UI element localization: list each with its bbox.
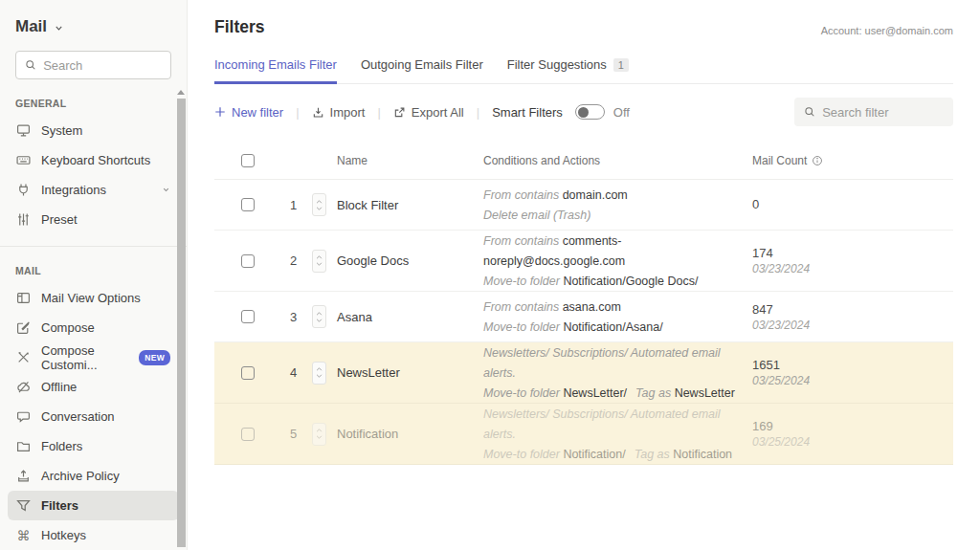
row-checkbox[interactable] [241,198,255,211]
toolbar-separator: | [377,105,380,120]
chevron-up-icon [316,312,323,316]
sidebar-item-offline[interactable]: Offline [8,372,179,402]
chevron-down-icon [316,435,323,439]
scrollbar-up-arrow[interactable] [177,90,185,95]
sidebar-item-compose-customization[interactable]: Compose Customi... NEW [8,342,179,372]
filter-order: 1 [287,198,312,212]
table-row: 1 Block Filter From contains domain.com … [214,180,953,231]
order-stepper[interactable] [312,305,326,328]
table-row: 3 Asana From contains asana.com Move-to … [214,292,953,342]
smart-filters-toggle[interactable] [575,104,605,120]
filter-name[interactable]: Block Filter [337,198,483,212]
sidebar-item-hotkeys[interactable]: ⌘ Hotkeys [8,520,179,550]
sidebar-item-integrations[interactable]: Integrations [8,175,179,205]
sidebar-search-input[interactable] [43,58,162,73]
search-filter-input[interactable] [822,105,944,120]
filter-icon [16,498,31,513]
sidebar-item-mail-view-options[interactable]: Mail View Options [8,283,179,313]
row-checkbox[interactable] [241,310,255,323]
filters-table: Name Conditions and Actions Mail Count 1… [214,142,953,465]
tab-label: Filter Suggestions [507,57,607,72]
settings-window: Mail GENERAL System Keyboard Shortcuts I… [0,0,980,550]
search-icon [804,105,815,119]
sidebar-section-general: GENERAL [15,98,171,109]
sidebar-item-label: Folders [41,439,82,453]
sidebar-item-label: Compose [41,320,95,335]
sidebar-scrollbar[interactable] [176,90,186,550]
offline-icon [16,380,31,394]
tab-outgoing-emails-filter[interactable]: Outgoing Emails Filter [361,57,483,84]
archive-icon [16,469,31,483]
tab-filter-suggestions[interactable]: Filter Suggestions 1 [507,57,629,84]
compose-icon [16,320,31,335]
tab-incoming-emails-filter[interactable]: Incoming Emails Filter [214,57,337,84]
filter-name[interactable]: Notification [337,427,483,441]
sidebar-item-label: Filters [41,498,78,513]
sidebar-item-label: Preset [41,212,78,227]
import-button[interactable]: Import [312,105,366,120]
mail-settings-menu[interactable]: Mail [0,0,187,36]
sidebar-item-label: Integrations [41,183,106,197]
sidebar-item-archive-policy[interactable]: Archive Policy [8,461,179,491]
sidebar-item-compose[interactable]: Compose [8,313,179,342]
filter-name[interactable]: Google Docs [337,253,483,268]
select-all-checkbox[interactable] [241,154,255,167]
sidebar-item-preset[interactable]: Preset [8,205,179,234]
sidebar-item-keyboard-shortcuts[interactable]: Keyboard Shortcuts [8,145,179,175]
row-checkbox[interactable] [241,254,255,268]
sidebar-item-label: Conversation [41,409,115,424]
column-header-mail-count: Mail Count [752,154,953,167]
filter-conditions: From contains comments-noreply@docs.goog… [483,231,752,291]
toggle-knob [578,107,589,118]
sidebar-item-label: Offline [41,380,77,394]
toggle-state-label: Off [613,105,630,120]
sidebar-item-folders[interactable]: Folders [8,431,179,461]
toolbar-separator: | [296,105,299,120]
preset-icon [16,212,31,227]
filter-order: 2 [287,253,312,268]
order-stepper[interactable] [312,362,326,385]
mail-view-options-icon [16,291,31,305]
table-row-disabled: 5 Notification Newsletters/ Subscription… [214,404,953,465]
filter-name[interactable]: NewsLetter [337,365,483,380]
scrollbar-thumb[interactable] [177,99,186,547]
new-filter-button[interactable]: New filter [214,105,283,120]
column-header-name: Name [337,154,483,167]
filter-name[interactable]: Asana [337,310,483,324]
import-icon [312,106,324,119]
filter-conditions: From contains asana.com Move-to folder N… [483,297,752,337]
mail-count-cell: 847 03/23/2024 [752,302,953,332]
row-checkbox[interactable] [241,366,255,380]
sidebar-item-label: Compose Customi... [41,343,126,372]
order-stepper[interactable] [312,250,326,273]
filter-tabs: Incoming Emails Filter Outgoing Emails F… [214,57,953,84]
order-stepper[interactable] [312,193,326,216]
sidebar-item-label: Hotkeys [41,528,86,542]
sidebar-item-label: System [41,123,82,138]
export-all-button[interactable]: Export All [393,105,464,120]
folder-icon [16,439,31,453]
sidebar-item-filters[interactable]: Filters [8,491,179,520]
conversation-icon [16,409,31,424]
chevron-down-icon [316,319,323,322]
search-icon [25,58,36,72]
keyboard-icon [16,153,31,167]
sidebar-search [15,51,171,79]
sidebar-item-system[interactable]: System [8,116,179,145]
tab-label: Incoming Emails Filter [214,57,337,72]
sidebar-item-label: Archive Policy [41,469,120,483]
sidebar-item-conversation[interactable]: Conversation [8,402,179,431]
mail-count-cell: 174 03/23/2024 [752,246,953,275]
sidebar-item-label: Mail View Options [41,291,141,305]
sidebar-section-mail: MAIL [15,265,171,276]
search-filter-box [794,98,953,126]
info-icon[interactable] [812,155,823,166]
order-stepper[interactable] [312,423,326,446]
filters-toolbar: New filter | Import | Export All | Smart… [214,98,953,126]
integrations-icon [16,183,31,197]
chevron-up-icon [316,429,323,432]
mail-count-cell: 1651 03/25/2024 [752,358,953,387]
row-checkbox[interactable] [241,428,255,441]
compose-customization-icon [16,350,31,364]
chevron-up-icon [316,255,323,259]
